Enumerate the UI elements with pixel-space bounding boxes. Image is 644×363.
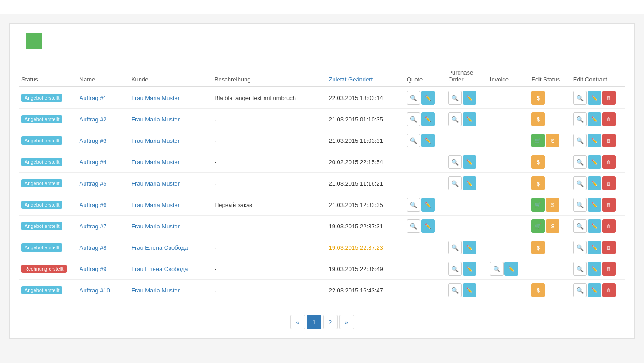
delete-icon-btn[interactable]: 🗑 [602,241,616,254]
table-row: Angebot erstelltAuftrag #3Frau Maria Mus… [19,130,625,151]
kunde-link[interactable]: Frau Елена Свобода [131,266,188,272]
contract-name-link[interactable]: Auftrag #9 [80,266,107,272]
search-icon-btn[interactable]: 🔍 [573,262,587,276]
edit-contract-btn-group: 🔍✏️🗑 [573,155,623,169]
contract-name-link[interactable]: Auftrag #4 [80,159,107,166]
edit-icon-btn[interactable]: ✏️ [588,176,601,190]
contract-name-link[interactable]: Auftrag #6 [80,202,107,208]
search-icon-btn[interactable]: 🔍 [573,134,587,147]
search-icon-btn[interactable]: 🔍 [573,283,587,297]
search-icon-btn[interactable]: 🔍 [448,112,462,126]
edit-icon-btn[interactable]: ✏️ [588,283,601,297]
contract-name-link[interactable]: Auftrag #5 [80,180,107,187]
delete-icon-btn[interactable]: 🗑 [602,112,616,126]
kunde-link[interactable]: Frau Maria Muster [131,223,180,230]
delete-icon-btn[interactable]: 🗑 [602,134,616,147]
edit-icon-btn[interactable]: ✏️ [504,262,518,276]
cart-icon-btn[interactable]: 🛒 [531,219,545,233]
beschreibung-cell: - [212,109,326,130]
delete-icon-btn[interactable]: 🗑 [602,262,616,276]
delete-icon-btn[interactable]: 🗑 [602,283,616,297]
dollar-icon-btn[interactable]: $ [531,283,545,297]
dollar-icon-btn[interactable]: $ [546,219,559,233]
kunde-link[interactable]: Frau Maria Muster [131,180,180,187]
dollar-icon-btn[interactable]: $ [531,155,545,169]
dollar-icon-btn[interactable]: $ [531,176,545,190]
contract-name-link[interactable]: Auftrag #1 [80,95,107,101]
dollar-icon-btn[interactable]: $ [546,198,559,212]
edit-icon-btn[interactable]: ✏️ [588,219,601,233]
add-contract-button[interactable] [26,33,42,49]
cart-icon-btn[interactable]: 🛒 [531,134,545,147]
pagination-page-2[interactable]: 2 [323,315,338,329]
edit-icon-btn[interactable]: ✏️ [463,91,476,105]
contract-name-link[interactable]: Auftrag #7 [80,223,107,230]
contract-name-link[interactable]: Auftrag #2 [80,116,107,123]
kunde-link[interactable]: Frau Maria Muster [131,116,180,123]
edit-icon-btn[interactable]: ✏️ [463,176,476,190]
edit-icon-btn[interactable]: ✏️ [421,219,435,233]
search-icon-btn[interactable]: 🔍 [448,262,462,276]
search-icon-btn[interactable]: 🔍 [407,112,420,126]
edit-icon-btn[interactable]: ✏️ [421,198,435,212]
search-icon-btn[interactable]: 🔍 [448,241,462,254]
delete-icon-btn[interactable]: 🗑 [602,198,616,212]
delete-icon-btn[interactable]: 🗑 [602,219,616,233]
delete-icon-btn[interactable]: 🗑 [602,176,616,190]
search-icon-btn[interactable]: 🔍 [448,283,462,297]
search-icon-btn[interactable]: 🔍 [407,219,420,233]
search-icon-btn[interactable]: 🔍 [448,155,462,169]
dollar-icon-btn[interactable]: $ [531,241,545,254]
search-icon-btn[interactable]: 🔍 [573,241,587,254]
pagination-prev[interactable]: « [290,315,305,329]
edit-icon-btn[interactable]: ✏️ [463,112,476,126]
dollar-icon-btn[interactable]: $ [546,134,559,147]
search-icon-btn[interactable]: 🔍 [573,112,587,126]
edit-icon-btn[interactable]: ✏️ [588,134,601,147]
kunde-link[interactable]: Frau Maria Muster [131,159,180,166]
search-icon-btn[interactable]: 🔍 [573,219,587,233]
zuletzt-cell: 19.03.2015 22:37:23 [326,237,404,258]
edit-icon-btn[interactable]: ✏️ [463,155,476,169]
contract-name-link[interactable]: Auftrag #10 [80,287,110,294]
edit-icon-btn[interactable]: ✏️ [421,91,435,105]
delete-icon-btn[interactable]: 🗑 [602,155,616,169]
delete-icon-btn[interactable]: 🗑 [602,91,616,105]
edit-icon-btn[interactable]: ✏️ [421,112,435,126]
edit-icon-btn[interactable]: ✏️ [463,241,476,254]
search-icon-btn[interactable]: 🔍 [407,91,420,105]
contract-name-link[interactable]: Auftrag #8 [80,244,107,251]
search-icon-btn[interactable]: 🔍 [573,176,587,190]
edit-icon-btn[interactable]: ✏️ [588,112,601,126]
kunde-link[interactable]: Frau Maria Muster [131,137,180,144]
kunde-link[interactable]: Frau Maria Muster [131,95,180,101]
search-icon-btn[interactable]: 🔍 [573,155,587,169]
pagination-next[interactable]: » [339,315,354,329]
edit-icon-btn[interactable]: ✏️ [588,155,601,169]
cart-icon-btn[interactable]: 🛒 [531,198,545,212]
edit-icon-btn[interactable]: ✏️ [588,91,601,105]
contract-name-link[interactable]: Auftrag #3 [80,137,107,144]
edit-icon-btn[interactable]: ✏️ [588,241,601,254]
col-header-zuletzt[interactable]: Zuletzt Geändert [326,66,404,87]
edit-icon-btn[interactable]: ✏️ [588,262,601,276]
search-icon-btn[interactable]: 🔍 [448,91,462,105]
search-icon-btn[interactable]: 🔍 [573,91,587,105]
search-icon-btn[interactable]: 🔍 [448,176,462,190]
search-icon-btn[interactable]: 🔍 [573,198,587,212]
pagination-page-1[interactable]: 1 [307,315,321,329]
dollar-icon-btn[interactable]: $ [531,91,545,105]
search-icon-btn[interactable]: 🔍 [490,262,504,276]
search-icon-btn[interactable]: 🔍 [407,134,420,147]
edit-icon-btn[interactable]: ✏️ [463,283,476,297]
edit-status-btn-group: 🛒$ [531,134,567,147]
dollar-icon-btn[interactable]: $ [531,112,545,126]
edit-status-btn-group: $ [531,176,567,190]
edit-icon-btn[interactable]: ✏️ [588,198,601,212]
search-icon-btn[interactable]: 🔍 [407,198,420,212]
kunde-link[interactable]: Frau Елена Свобода [131,244,188,251]
kunde-link[interactable]: Frau Maria Muster [131,202,180,208]
edit-icon-btn[interactable]: ✏️ [421,134,435,147]
edit-icon-btn[interactable]: ✏️ [463,262,476,276]
kunde-link[interactable]: Frau Maria Muster [131,287,180,294]
